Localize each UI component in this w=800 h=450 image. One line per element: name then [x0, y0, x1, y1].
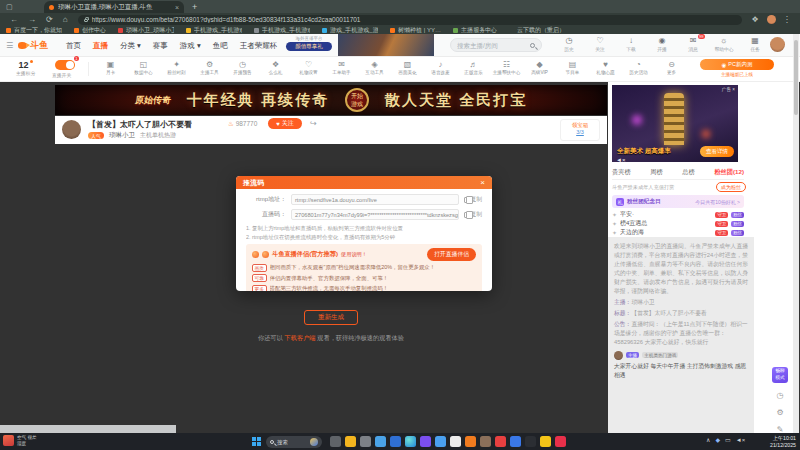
- tool-item[interactable]: ✦ 粉丝时刻: [160, 60, 193, 75]
- taskbar-duck-icon[interactable]: [540, 436, 551, 447]
- sidebar-tab[interactable]: 总榜: [682, 168, 694, 177]
- user-avatar[interactable]: [770, 37, 785, 52]
- browser-tab[interactable]: 琐啉小卫直播,琐啉小卫直播,斗鱼 ×: [44, 1, 184, 13]
- new-tab-button[interactable]: +: [192, 2, 197, 12]
- chat-avatar[interactable]: [614, 351, 623, 360]
- ad-close-icon[interactable]: ×: [732, 87, 735, 92]
- mute-speaker-icon[interactable]: ◄×: [616, 157, 625, 162]
- taskbar-app-icon[interactable]: [525, 436, 536, 447]
- nav-item[interactable]: 首页: [66, 41, 81, 51]
- viewer-row[interactable]: ✦ 平安· 守卫 粉丝: [612, 210, 744, 219]
- header-icon-item[interactable]: ◉ 开播: [649, 36, 675, 52]
- viewer-row[interactable]: ✦ 天边的海 守卫 粉丝: [612, 228, 744, 237]
- tool-item[interactable]: ⊖ 更多: [655, 60, 688, 75]
- bookmark-item[interactable]: 云下载的（重启）: [509, 26, 565, 34]
- taskbar-app-icon[interactable]: [420, 436, 431, 447]
- bookmark-item[interactable]: 百度一下，你就知道: [6, 26, 62, 34]
- start-button[interactable]: [252, 437, 261, 446]
- taskbar-app-icon[interactable]: [510, 436, 521, 447]
- taskbar-app-icon[interactable]: [330, 436, 341, 447]
- tray-shield-icon[interactable]: ◆: [715, 436, 720, 443]
- ad-tag[interactable]: 广告 ×: [722, 87, 735, 92]
- fanclub-banner[interactable]: 礼 粉丝团纪念日 今日共有10份好礼 >: [612, 195, 744, 208]
- banner-play-medal[interactable]: 开始 游戏: [345, 88, 369, 112]
- taskbar-search[interactable]: 搜索: [266, 436, 322, 448]
- join-fanclub-button[interactable]: 成为粉丝: [716, 182, 746, 192]
- taskbar-app-icon[interactable]: [450, 436, 461, 447]
- chat-settings-icon[interactable]: ⚙: [771, 408, 789, 417]
- sidebar-tab[interactable]: 贵宾榜: [612, 168, 631, 177]
- usage-note-link[interactable]: 使用说明！: [341, 251, 367, 258]
- nav-item[interactable]: 直播: [93, 41, 108, 51]
- url-field[interactable]: https://www.douyu.com/beta/2706801?dyshi…: [78, 15, 742, 25]
- taskbar-app-icon[interactable]: [495, 436, 506, 447]
- header-icon-item[interactable]: ☼ 帮助中心: [711, 36, 737, 52]
- scrollbar-thumb[interactable]: [794, 40, 798, 115]
- follow-button[interactable]: ♥ 关注: [268, 118, 302, 129]
- header-promo-badge[interactable]: 海外直播平台 颜值尊享礼: [286, 36, 332, 51]
- taskbar-app-icon[interactable]: [435, 436, 446, 447]
- bookmark-item[interactable]: 树懒种植 | YY…: [390, 26, 441, 34]
- tab-search-icon[interactable]: ▢: [6, 3, 13, 11]
- download-client-link[interactable]: 下载客户端: [285, 334, 316, 341]
- tray-chevron-up-icon[interactable]: ∧: [706, 436, 710, 443]
- rtmp-copy-button[interactable]: 复制: [464, 195, 482, 204]
- sidebar-tab[interactable]: 粉丝团(12): [714, 168, 744, 177]
- open-companion-button[interactable]: 打开直播伴侣: [427, 248, 476, 261]
- tool-item[interactable]: ✉ 工单助手: [325, 60, 358, 75]
- taskbar-app-icon[interactable]: [555, 436, 566, 447]
- header-icon-item[interactable]: ▦ 任务: [742, 36, 768, 52]
- browser-menu-icon[interactable]: ⋮: [783, 15, 791, 24]
- taskbar-app-icon[interactable]: [480, 436, 491, 447]
- tool-item[interactable]: ▤ 节目单: [556, 60, 589, 75]
- streamer-name[interactable]: 琐啉小卫: [109, 131, 135, 140]
- tool-item[interactable]: ☷ 主播帮扶中心: [490, 60, 523, 75]
- bookmark-item[interactable]: 手机游戏_手机游戏_游…: [254, 26, 310, 34]
- streamer-score[interactable]: 12 主播积分: [16, 60, 35, 76]
- chest-card[interactable]: 领宝箱 3/3: [560, 119, 600, 141]
- tool-item[interactable]: ▧ 画面美化: [391, 60, 424, 75]
- tool-item[interactable]: ♥ 礼物心愿: [589, 60, 622, 75]
- douyu-logo[interactable]: 斗鱼: [18, 39, 48, 52]
- tool-item[interactable]: ◈ 互动工具: [358, 60, 391, 75]
- share-icon[interactable]: ↪: [310, 119, 317, 128]
- live-toggle[interactable]: 1: [55, 60, 75, 70]
- taskbar-app-icon[interactable]: [360, 436, 371, 447]
- rtmp-value-field[interactable]: rtmp://sendfive1a.douyu.com/live: [291, 194, 459, 205]
- tool-item[interactable]: ⚙ 主播工具: [193, 60, 226, 75]
- taskbar-app-icon[interactable]: [465, 436, 476, 447]
- site-search[interactable]: [450, 38, 542, 52]
- extensions-icon[interactable]: ❖: [752, 15, 759, 24]
- nav-item[interactable]: 鱼吧: [213, 41, 228, 51]
- back-icon[interactable]: ←: [10, 15, 18, 24]
- stream-code-copy-button[interactable]: 复制: [464, 210, 482, 219]
- tray-display-icon[interactable]: ▭: [725, 436, 731, 443]
- sidebar-ad-video[interactable]: 广告 × 全新美术 超高爆率 查看详情 ◄×: [612, 85, 738, 162]
- tool-item[interactable]: ▣ 月卡: [94, 60, 127, 75]
- tool-item[interactable]: ❖ 么么礼: [259, 60, 292, 75]
- promo-banner[interactable]: 原始传奇 十年经典 再续传奇 开始 游戏 散人天堂 全民打宝: [55, 85, 607, 115]
- browser-profile-avatar[interactable]: [767, 15, 776, 24]
- nav-item[interactable]: 赛事: [153, 41, 168, 51]
- bookmark-item[interactable]: 主播服务中心: [453, 26, 497, 34]
- header-icon-item[interactable]: ◷ 历史: [556, 36, 582, 52]
- tool-item[interactable]: ♡ 礼物设置: [292, 60, 325, 75]
- taskbar-weather-widget[interactable]: 空气 很差 湿度: [3, 435, 37, 447]
- taskbar-app-icon[interactable]: [375, 436, 386, 447]
- history-clock-icon[interactable]: ◷: [771, 391, 789, 400]
- pc-new-pill[interactable]: ◉ PC新内测: [700, 59, 774, 70]
- tool-item[interactable]: ♪ 语音连麦: [424, 60, 457, 75]
- tool-item[interactable]: ◔ 历史活动: [622, 60, 655, 75]
- nav-item[interactable]: 游戏 ▾: [180, 41, 201, 51]
- modal-close-icon[interactable]: ×: [480, 178, 485, 187]
- chat-mode-button[interactable]: 畅聊 模式: [772, 367, 788, 383]
- bookmark-item[interactable]: 琐啉小卫_琐啉小卫…: [118, 26, 174, 34]
- reload-icon[interactable]: ⟳: [46, 15, 53, 24]
- header-icon-item[interactable]: ↓ 下载: [618, 36, 644, 52]
- home-icon[interactable]: ⌂: [63, 15, 68, 24]
- viewer-row[interactable]: ✦ 榜4宜遇总 守卫 粉丝: [612, 219, 744, 228]
- stream-code-field[interactable]: 2706801m77y7n34m7dy99i=?****************…: [291, 209, 459, 220]
- fanclub-banner-more[interactable]: 今日共有10份好礼 >: [695, 199, 740, 205]
- bookmark-item[interactable]: 手机游戏_手机游戏…: [186, 26, 242, 34]
- stream-category[interactable]: 主机单机热游: [140, 131, 176, 140]
